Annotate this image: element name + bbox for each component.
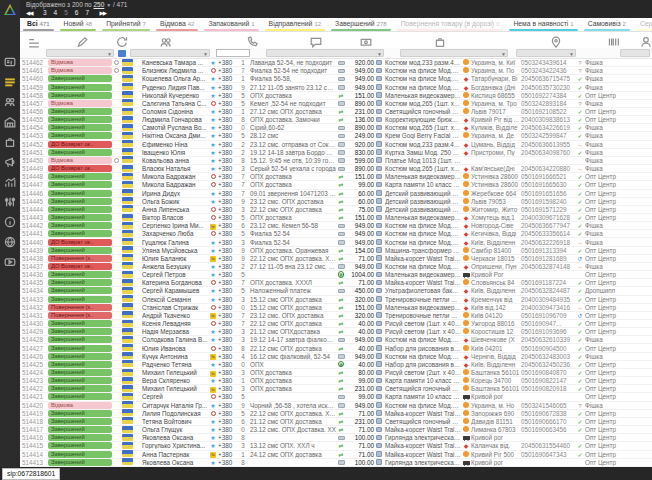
page-button[interactable]: 7 [85,9,89,16]
customer-name[interactable]: Сергей Карамышев [142,287,208,294]
order-row[interactable]: 514444ЗавершенийАнна Липенська+380322.12… [20,206,652,214]
phone-number[interactable]: +380 [218,410,236,417]
customer-name[interactable]: Салєгина Татьяна С... [142,100,208,107]
customer-name[interactable]: Лилия Подолинская [142,410,208,417]
phone-number[interactable]: +380 [218,402,236,409]
phone-number[interactable]: +380 [218,255,236,262]
tracking-number[interactable]: 20450632874148 [521,263,575,270]
phone-number[interactable]: +380 [218,149,236,156]
phone-number[interactable]: +380 [218,173,236,180]
order-row[interactable]: 514426ЗавершенийКучук Антонинаls+380416.… [20,353,652,361]
tracking-number[interactable]: 20450634098760 [521,149,575,156]
tracking-number[interactable]: 0501690666170 [521,418,575,425]
order-row[interactable]: 514436ЗавершенийСергей Петров★+3805₴1004… [20,271,652,279]
tab-Повернення товару (в дорозі)[interactable]: Повернення товару (в дорозі)0 [394,18,507,31]
tracking-number[interactable]: 20400309473416 [521,304,575,311]
customer-name[interactable]: Микола Бадражан [142,181,208,188]
marketing-icon[interactable] [4,154,16,166]
tracking-number[interactable]: 20450636613955 [521,141,575,148]
tracking-number[interactable]: 20400309671628 [521,214,575,221]
order-row[interactable]: 514420ВідмоваСитарчук Наталія Гр...★+380… [20,402,652,410]
phone-filter-input[interactable] [216,49,250,57]
app-logo-icon[interactable] [2,2,18,18]
dashboard-icon[interactable] [4,54,16,66]
products-icon[interactable] [4,134,16,146]
order-row[interactable]: 514435ЗавершенийКатерина Богданова+3807О… [20,279,652,287]
tracking-number[interactable]: 0501691666521 [521,173,575,180]
status-filter-select[interactable]: ▼ [46,49,114,57]
product-filter-select[interactable]: ▼ [400,49,508,57]
phone-number[interactable]: +380 [218,304,236,311]
phone-number[interactable]: +380 [218,198,236,205]
customer-name[interactable]: Уляна Мусійовська [142,247,208,254]
phone-number[interactable]: +380 [218,353,236,360]
phone-number[interactable]: +380 [218,206,236,213]
tab-Запакований[interactable]: Запакований1 [201,18,261,31]
phone-number[interactable]: +380 [218,141,236,148]
order-row[interactable]: 514449ДО Возврат ок..Власюк Наталья★+380… [20,165,652,173]
tracking-number[interactable]: 0501692108522 [521,108,575,115]
tab-Самовивіз[interactable]: Самовивіз2 [581,18,633,31]
customer-name[interactable]: Самотій Руслана Во... [142,124,208,131]
customer-name[interactable]: Микола Бадражан [142,173,208,180]
customer-name[interactable]: Юлия Иванова [142,345,208,352]
barcode-icon[interactable] [608,34,620,46]
tracking-number[interactable]: 0503241546065 [521,402,575,409]
order-row[interactable]: 514440ДО Возврат ок..Гуцалюк Галина★+380… [20,238,652,246]
phone-number[interactable]: +380 [218,116,236,123]
customer-name[interactable]: Тетяна Войтович [142,418,208,425]
phone-number[interactable]: +380 [218,312,236,319]
order-row[interactable]: 514432Повернення (з..Станіслав Стрижак+3… [20,304,652,312]
clients-icon[interactable] [160,34,172,46]
clients-icon[interactable] [4,94,16,106]
order-row[interactable]: 514424ЗавершенийМихаил Гилецькийls+3803О… [20,369,652,377]
customer-name[interactable]: Андрій Ткаченко [142,312,208,319]
tracking-number[interactable]: 0503242599847 [521,132,575,139]
tracking-number[interactable]: 0501690672838 [521,410,575,417]
first-page-button[interactable]: ◀◀ [26,10,32,16]
tracking-number[interactable]: 20400309484935 [521,296,575,303]
tracking-number[interactable]: 0501690947... [521,320,575,327]
phone-number[interactable]: +380 [218,230,236,237]
customer-name[interactable]: Радченко Тетяна [142,361,208,368]
phone-number[interactable]: +380 [218,336,236,343]
order-row[interactable]: 514454ЗавершенийСамотій Руслана Во...★+3… [20,124,652,132]
customer-name[interactable]: Віктор Власов [142,214,208,221]
phone-number[interactable]: +380 [218,451,236,458]
tracking-number[interactable]: 0501691598240 [521,198,575,205]
order-row[interactable]: 514448ЗавершенийМикола Бадражан+3807ОПХ … [20,173,652,181]
tab-Новий[interactable]: Новий48 [57,18,100,31]
customer-name[interactable]: Сергіенко Ірина Ми... [142,222,208,229]
order-row[interactable]: 514433ЗавершенийОлексій Семанін★+380315.… [20,296,652,304]
order-row[interactable]: 514450ВідмоваКовальова анна★+380815.12. … [20,157,652,165]
order-row[interactable]: 514457ВідмоваСалєгина Татьяна С...+3805К… [20,100,652,108]
settings-icon[interactable] [4,194,16,206]
info-icon[interactable] [4,214,16,226]
order-row[interactable]: 514421ЗавершенийСергей+380599.00Карта па… [20,393,652,401]
order-row[interactable]: 514456ЗавершенийСоломія Сідоніна★+380127… [20,108,652,116]
order-row[interactable]: 514452ДО Возврат ок..Єфименко Ніна★+3802… [20,141,652,149]
customer-name[interactable]: Ксенія Левадняя [142,320,208,327]
tracking-number[interactable]: 20450632483003 [521,353,575,360]
customer-name[interactable]: Близнюк Людмила ... [142,67,208,74]
phone-number[interactable]: +380 [218,247,236,254]
phone-number[interactable]: +380 [218,426,236,433]
phone-number[interactable]: +380 [218,328,236,335]
order-row[interactable]: 514447ЗавершенийМикола Бадражан+3807ОПХ … [20,181,652,189]
order-row[interactable]: 514425ЗавершенийРадченко Тетяна★+3800ОПХ… [20,361,652,369]
product-icon[interactable] [434,34,446,46]
tracking-number[interactable]: 20450632450236 [521,361,575,368]
phone-number[interactable]: +380 [218,222,236,229]
tracking-number[interactable]: 0503242893184 [521,100,575,107]
order-row[interactable]: 514459ЗавершенийРуденко Лидия Пав...★+38… [20,83,652,91]
order-id-icon[interactable] [28,34,40,46]
tab-Сервіси[interactable]: Сервіси0 [633,18,652,31]
tracking-number[interactable]: 0501690647343 [521,451,575,458]
warehouse-icon[interactable] [4,114,16,126]
order-row[interactable]: 514458ЗавершенийНиколай Кучеренко★+3805О… [20,92,652,100]
customer-name[interactable]: Єфименко Ніна [142,141,208,148]
tab-Відправлений[interactable]: Відправлений12 [262,18,329,31]
tracking-number[interactable]: 20450636715475 [521,75,575,82]
phone-number[interactable]: +380 [218,181,236,188]
phone-number[interactable]: +380 [218,132,236,139]
